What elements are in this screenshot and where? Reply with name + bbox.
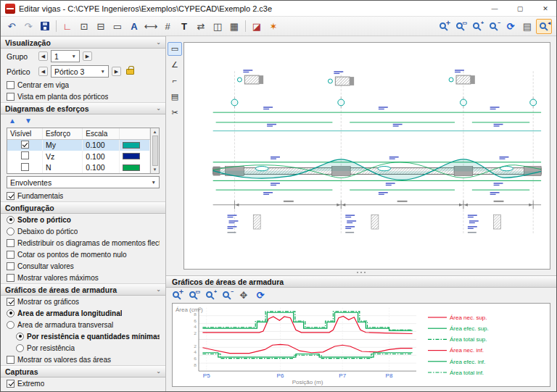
zoom-extents-icon[interactable]: ✛ [436,19,452,34]
col-escala: Escala [83,128,119,139]
y-tick-label: 2 [194,343,197,349]
zoom-extents-icon[interactable]: ✛ [169,288,185,303]
color-swatch[interactable] [123,142,140,149]
portico-next-button[interactable]: ▶ [112,67,121,76]
esforco-row-N[interactable]: N0.100 [7,162,150,173]
scroll-thumb[interactable] [152,135,158,166]
redistribuir-diagramas-momentos-option[interactable]: Redistribuir os diagramas de momentos fl… [1,237,165,249]
envolventes-select[interactable]: Envolventes ▼ [7,176,160,188]
grid-icon[interactable]: # [160,19,176,34]
scroll-up-icon[interactable]: ▲ [153,129,157,135]
print-tool-icon[interactable]: ▤ [168,90,182,104]
cut-tool-icon[interactable]: ✂ [168,106,182,120]
zoom-window-icon[interactable]: ▭ [453,19,469,34]
portico-prev-button[interactable]: ◀ [38,67,48,76]
delete-beam-icon[interactable]: ⊟ [93,19,109,34]
por-resistencia-option[interactable]: Por resistência [1,342,165,354]
minimize-button[interactable]: — [484,1,506,16]
text-icon[interactable]: T [176,19,192,34]
undo-icon[interactable]: ↶ [4,19,20,34]
option-label: Por resistência [27,344,75,352]
redraw-icon[interactable]: ⟳ [252,288,268,303]
drawing-canvas[interactable] [183,42,550,270]
edit-beam-icon[interactable]: ∟ [59,19,75,34]
area-armadura-longitudinal-option[interactable]: Área de armadura longitudinal [1,307,165,319]
grupo-next-button[interactable]: ▶ [83,51,92,61]
x-tick-label: P6 [277,372,284,379]
app-icon [5,4,15,14]
option-label: Fundamentais [17,192,63,200]
legend-label: Área total sup. [450,336,487,343]
fundamentais-option[interactable]: Fundamentais [1,190,165,201]
visivel-checkbox[interactable] [21,141,29,149]
print-icon[interactable]: ▤ [519,19,535,34]
chevron-down-icon: ⌄ [156,368,161,375]
zoom-in-icon[interactable]: + [469,19,485,34]
move-down-icon[interactable]: ▼ [22,116,34,125]
redraw-icon[interactable]: ⟳ [503,19,519,34]
visivel-checkbox[interactable] [21,163,29,171]
offset-tool-icon[interactable]: ⌐ [168,74,182,88]
extremo-option[interactable]: Extremo [1,378,165,389]
zoom-out-icon[interactable]: − [219,288,235,303]
panel-splitter[interactable] [166,270,556,275]
esforco-row-Vz[interactable]: Vz0.100 [7,151,150,162]
beam-section-icon[interactable]: ▭ [110,19,125,34]
toolbar-separator [245,20,246,32]
vista-em-planta-option[interactable]: Vista em planta dos pórticos [1,91,165,102]
dimension-icon[interactable]: ⟷ [143,19,159,34]
magnifier-icon [223,291,229,298]
panel-capturas-header[interactable]: Capturas ⌄ [1,365,165,378]
zoom-out-icon[interactable]: − [486,19,502,34]
cotar-pontos-momento-nulo-option[interactable]: Cotar os pontos de momento nulo [1,249,165,260]
insert-node-icon[interactable]: ⊡ [76,19,92,34]
option-label: Debaixo do pórtico [17,228,78,235]
zoom-window-tool-icon[interactable]: ▭ [168,42,182,56]
flag-icon[interactable]: ✶ [265,19,281,34]
table-scrollbar[interactable]: ▲ ▼ [150,128,159,173]
pan-icon[interactable]: ✥ [236,288,252,303]
mostrar-valores-areas-option[interactable]: Mostrar os valores das áreas [1,354,165,365]
panel-visualizacao-header[interactable]: Visualização ⌄ [1,36,165,49]
previous-view-icon[interactable]: ◂ [536,19,552,34]
views-icon[interactable]: ◫ [210,19,226,34]
esforco-row-My[interactable]: My0.100 [7,139,150,151]
grupo-prev-button[interactable]: ◀ [38,51,48,61]
option-label: Mostrar valores máximos [17,274,99,282]
sobre-o-portico-option[interactable]: Sobre o pórtico [1,214,165,225]
grupo-select[interactable]: 1 ▼ [51,50,80,62]
assign-icon[interactable]: ◪ [249,19,265,34]
color-swatch[interactable] [123,164,140,171]
mostrar-os-graficos-option[interactable]: Mostrar os gráficos [1,296,165,307]
angle-tool-icon[interactable]: ∠ [168,58,182,72]
area-armadura-transversal-option[interactable]: Área de armadura transversal [1,319,165,330]
table-icon[interactable]: ▦ [226,19,242,34]
beam-elevation-drawing [184,43,550,269]
panel-graficos-header[interactable]: Gráficos de áreas de armadura ⌄ [1,283,165,296]
close-button[interactable]: ✕ [535,1,556,16]
panel-diagramas-header[interactable]: Diagramas de esforços ⌄ [1,102,165,114]
consultar-valores-option[interactable]: Consultar valores [1,260,165,272]
mostrar-valores-maximos-option[interactable]: Mostrar valores máximos [1,272,165,283]
por-resistencia-e-quantidades-minimas-option[interactable]: Por resistência e quantidades mínimas [1,330,165,342]
color-swatch[interactable] [123,153,140,159]
panel-configuracao-header[interactable]: Configuração [1,201,165,214]
y-tick-label: 4 [194,324,197,329]
option-label: Redistribuir os diagramas de momentos fl… [17,239,160,247]
portico-select[interactable]: Pórtico 3 ▼ [51,65,109,78]
swap-diagram-icon[interactable]: ⇄ [193,19,209,34]
lock-icon[interactable] [126,69,134,75]
toolbar-edit-group: ↶↷∟⊡⊟▭A⟷#T⇄◫▦◪✶ [4,19,281,34]
scroll-down-icon[interactable]: ▼ [153,167,157,172]
visivel-checkbox[interactable] [21,151,29,159]
debaixo-do-portico-option[interactable]: Debaixo do pórtico [1,225,165,237]
move-up-icon[interactable]: ▲ [7,116,18,125]
zoom-window-icon[interactable]: ▭ [186,288,202,303]
zoom-in-icon[interactable]: + [202,288,218,303]
save-icon[interactable] [37,19,53,34]
centrar-em-viga-option[interactable]: Centrar em viga [1,79,165,91]
areas-chart-container[interactable]: 86422468P5P6P7P8Área (cm²)Posição (m)Áre… [172,303,550,387]
redo-icon[interactable]: ↷ [20,19,36,34]
maximize-button[interactable]: ▢ [509,1,531,16]
text-style-icon[interactable]: A [126,19,142,34]
